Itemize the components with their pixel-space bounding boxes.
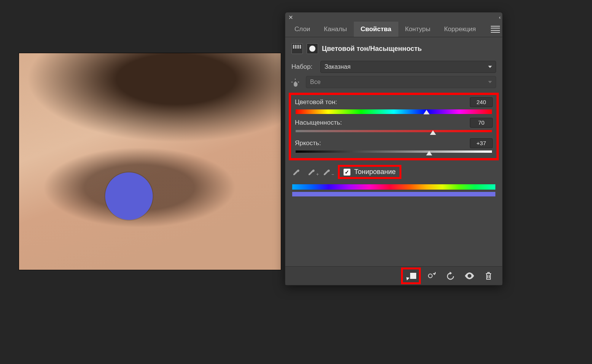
hue-slider: Цветовой тон: 240 xyxy=(295,97,493,115)
svg-point-0 xyxy=(428,274,432,278)
tab-properties[interactable]: Свойства xyxy=(354,22,398,37)
reset-button[interactable] xyxy=(442,269,459,282)
document-canvas[interactable] xyxy=(19,53,281,270)
hue-label: Цветовой тон: xyxy=(295,98,337,106)
panel-tabs: Слои Каналы Свойства Контуры Коррекция xyxy=(285,22,502,37)
saturation-value-input[interactable]: 70 xyxy=(470,118,493,128)
close-icon[interactable]: ✕ xyxy=(288,14,293,20)
svg-point-1 xyxy=(469,275,471,277)
hue-track[interactable] xyxy=(296,109,492,115)
view-previous-state-button[interactable] xyxy=(423,269,440,282)
collapse-panel-icon[interactable]: ‹‹ xyxy=(499,14,499,20)
adjustment-type-icon[interactable] xyxy=(291,43,303,54)
preset-value: Заказная xyxy=(325,63,350,70)
clip-to-layer-button[interactable] xyxy=(404,270,418,282)
adjustment-title: Цветовой тон/Насыщенность xyxy=(322,45,422,53)
color-range-select: Все xyxy=(306,76,496,88)
lightness-thumb[interactable] xyxy=(426,151,432,155)
clip-arrow-icon xyxy=(405,276,409,280)
tab-channels[interactable]: Каналы xyxy=(317,22,353,37)
sliders-highlight: Цветовой тон: 240 Насыщенность: 70 xyxy=(289,93,499,160)
lightness-value-input[interactable]: +37 xyxy=(470,138,493,148)
panel-footer xyxy=(285,266,502,285)
saturation-thumb[interactable] xyxy=(430,130,436,135)
lightness-track[interactable] xyxy=(296,150,492,156)
eyedropper-icon[interactable] xyxy=(292,168,302,176)
chevron-down-icon xyxy=(488,66,492,68)
toggle-visibility-button[interactable] xyxy=(461,269,478,282)
panel-menu-icon[interactable] xyxy=(491,26,500,33)
colorize-checkbox[interactable]: ✓ xyxy=(344,169,350,176)
colorize-highlight: ✓ Тонирование xyxy=(338,165,401,179)
saturation-track[interactable] xyxy=(296,130,492,135)
preset-label: Набор: xyxy=(291,63,317,71)
chevron-down-icon xyxy=(488,81,492,83)
color-range-value: Все xyxy=(310,79,321,85)
saturation-label: Насыщенность: xyxy=(295,119,342,127)
hue-value-input[interactable]: 240 xyxy=(470,97,493,107)
properties-panel: ✕ ‹‹ Слои Каналы Свойства Контуры Коррек… xyxy=(285,12,503,285)
eyedropper-subtract-icon[interactable]: − xyxy=(323,168,333,176)
hue-thumb[interactable] xyxy=(423,110,430,114)
targeted-adjust-icon[interactable] xyxy=(291,78,300,87)
eyedropper-add-icon[interactable]: + xyxy=(307,168,317,176)
delete-adjustment-button[interactable] xyxy=(480,269,497,282)
preset-select[interactable]: Заказная xyxy=(320,61,496,73)
tab-adjustments[interactable]: Коррекция xyxy=(437,22,483,37)
tab-layers[interactable]: Слои xyxy=(288,22,317,37)
clip-to-layer-highlight xyxy=(401,267,421,284)
lightness-label: Яркость: xyxy=(295,139,321,147)
layer-mask-icon[interactable] xyxy=(307,43,318,54)
saturation-slider: Насыщенность: 70 xyxy=(295,118,493,135)
result-color-strip xyxy=(292,192,495,196)
clip-square-icon xyxy=(410,273,416,279)
hue-spectrum-strip xyxy=(292,184,495,190)
colorize-label: Тонирование xyxy=(354,168,396,176)
tab-paths[interactable]: Контуры xyxy=(398,22,438,37)
lightness-slider: Яркость: +37 xyxy=(295,138,493,156)
